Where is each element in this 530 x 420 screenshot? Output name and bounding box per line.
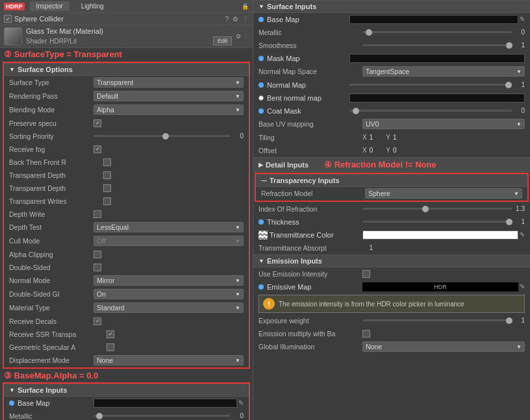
global-illumination-dropdown[interactable]: None ▼	[362, 341, 525, 352]
double-sided-gi-dropdown[interactable]: On ▼	[94, 289, 244, 299]
right-base-uv-value[interactable]: UV0 ▼	[362, 119, 525, 129]
right-bent-normal-texture[interactable]	[349, 93, 525, 103]
exposure-weight-track[interactable]	[362, 319, 512, 321]
help-icon[interactable]: ?	[225, 16, 229, 23]
right-base-map-edit-icon[interactable]: ✎	[520, 16, 525, 23]
material-type-label: Material Type	[9, 304, 94, 312]
sorting-priority-value: 0	[94, 132, 244, 140]
exposure-weight-thumb[interactable]	[506, 317, 512, 324]
transmittance-color-edit-icon[interactable]: ✎	[520, 231, 525, 238]
index-refraction-track[interactable]	[362, 208, 512, 210]
depth-test-dropdown[interactable]: LessEqual ▼	[94, 222, 244, 232]
tab-inspector[interactable]: Inspector	[30, 1, 69, 11]
right-metallic-track[interactable]	[362, 31, 512, 33]
right-normal-map-space-dropdown[interactable]: TangentSpace ▼	[362, 66, 525, 77]
material-type-value[interactable]: Standard ▼	[94, 303, 244, 313]
double-sided-gi-value[interactable]: On ▼	[94, 289, 244, 299]
right-mask-map-dot	[259, 56, 264, 61]
cull-mode-dropdown[interactable]: Off ▼	[94, 236, 244, 246]
surface-type-dropdown[interactable]: Transparent ▼	[94, 77, 244, 88]
detail-inputs-label: Detail Inputs	[266, 161, 309, 169]
right-bent-normal-row: Bent normal map	[253, 92, 530, 105]
receive-fog-checkbox[interactable]	[94, 145, 101, 153]
normal-mode-value[interactable]: Mirror ▼	[94, 275, 244, 286]
blending-mode-value[interactable]: Alpha ▼	[94, 105, 244, 115]
right-base-map-texture[interactable]	[349, 15, 518, 24]
thickness-track[interactable]	[362, 221, 512, 223]
emissive-map-hdr[interactable]: HDR	[362, 282, 518, 291]
transparent-depth1-checkbox[interactable]	[103, 171, 111, 179]
right-normal-map-thumb[interactable]	[505, 82, 512, 88]
right-base-uv-dropdown[interactable]: UV0 ▼	[362, 119, 525, 129]
receive-decals-checkbox[interactable]	[94, 317, 101, 325]
detail-inputs-header[interactable]: ▶ Detail Inputs ④ Refraction Model != No…	[253, 157, 530, 172]
material-type-dropdown[interactable]: Standard ▼	[94, 303, 244, 313]
emissive-map-edit-icon[interactable]: ✎	[520, 283, 525, 290]
right-coat-mask-thumb[interactable]	[353, 108, 359, 114]
right-coat-mask-track[interactable]	[349, 110, 512, 112]
base-map-edit-icon[interactable]: ✎	[238, 399, 244, 406]
cull-mode-value[interactable]: Off ▼	[94, 236, 244, 246]
rendering-pass-value[interactable]: Default ▼	[94, 91, 244, 101]
surface-type-value[interactable]: Transparent ▼	[94, 77, 244, 88]
right-normal-map-track[interactable]	[349, 84, 512, 86]
lock-icon[interactable]: 🔒	[242, 3, 249, 10]
transmittance-color-swatch[interactable]	[362, 230, 518, 240]
right-tiling-row: Tiling X 1 Y 1	[253, 131, 530, 144]
transparent-depth2-row: Transparent Depth	[4, 182, 249, 195]
right-bent-normal-value	[349, 93, 525, 103]
right-base-map-label: Base Map	[267, 16, 299, 23]
metallic-bottom-track[interactable]	[94, 415, 231, 417]
displacement-mode-row: Displacement Mode None ▼	[4, 354, 249, 367]
thickness-thumb[interactable]	[506, 219, 512, 225]
rendering-pass-dropdown[interactable]: Default ▼	[94, 91, 244, 101]
use-emission-intensity-checkbox[interactable]	[362, 270, 370, 278]
double-sided-checkbox[interactable]	[94, 264, 101, 271]
displacement-mode-value[interactable]: None ▼	[94, 355, 244, 365]
metallic-bottom-thumb[interactable]	[96, 413, 103, 419]
right-smoothness-track[interactable]	[362, 44, 512, 46]
edit-button[interactable]: Edit	[213, 36, 233, 45]
sphere-collider-checkbox[interactable]	[4, 15, 12, 23]
preserve-specular-checkbox[interactable]	[94, 119, 101, 127]
refraction-model-value[interactable]: Sphere ▼	[365, 188, 522, 199]
more-icon[interactable]: ⋮	[242, 16, 249, 23]
index-refraction-thumb[interactable]	[422, 206, 429, 212]
sorting-priority-track[interactable]	[94, 135, 231, 137]
tab-lighting[interactable]: Lighting	[75, 1, 110, 11]
right-coat-mask-dot	[259, 108, 264, 114]
receive-ssr-checkbox[interactable]	[107, 330, 114, 338]
displacement-mode-dropdown[interactable]: None ▼	[94, 355, 244, 365]
depth-write-checkbox[interactable]	[94, 210, 101, 218]
surface-inputs-arrow: ▼	[9, 387, 15, 393]
sorting-priority-thumb[interactable]	[162, 133, 169, 140]
emission-multiply-row: Emission multiply with Ba	[253, 327, 530, 340]
right-metallic-row: Metallic 0	[253, 26, 530, 39]
base-map-texture[interactable]	[94, 399, 237, 408]
right-coat-mask-slider: 0	[349, 107, 525, 114]
alpha-clipping-checkbox[interactable]	[94, 251, 101, 258]
settings-icon[interactable]: ⚙	[233, 16, 238, 23]
base-map-label: Base Map	[18, 399, 50, 407]
geometric-specular-checkbox[interactable]	[107, 343, 114, 351]
depth-test-value[interactable]: LessEqual ▼	[94, 222, 244, 232]
right-smoothness-thumb[interactable]	[506, 42, 512, 49]
refraction-model-dropdown[interactable]: Sphere ▼	[365, 188, 522, 199]
surface-inputs-bottom-header: ▼ Surface Inputs	[4, 384, 249, 397]
normal-mode-dropdown[interactable]: Mirror ▼	[94, 275, 244, 286]
right-base-uv-label: Base UV mapping	[259, 120, 362, 128]
depth-write-row: Depth Write	[4, 208, 249, 221]
right-normal-map-space-value[interactable]: TangentSpace ▼	[362, 66, 525, 77]
global-illumination-value[interactable]: None ▼	[362, 341, 525, 352]
right-mask-map-texture[interactable]	[349, 54, 525, 63]
right-metallic-thumb[interactable]	[366, 29, 372, 36]
back-then-front-checkbox[interactable]	[103, 158, 111, 166]
right-smoothness-label: Smoothness	[259, 42, 362, 49]
material-settings-icon[interactable]: ⚙ ⋮	[236, 33, 249, 40]
blending-mode-row: Blending Mode Alpha ▼	[4, 103, 249, 117]
right-offset-label: Offset	[259, 147, 362, 154]
transparent-depth2-checkbox[interactable]	[103, 184, 111, 192]
blending-mode-dropdown[interactable]: Alpha ▼	[94, 105, 244, 115]
emission-multiply-checkbox[interactable]	[362, 330, 370, 338]
transparent-writes-checkbox[interactable]	[103, 197, 111, 205]
